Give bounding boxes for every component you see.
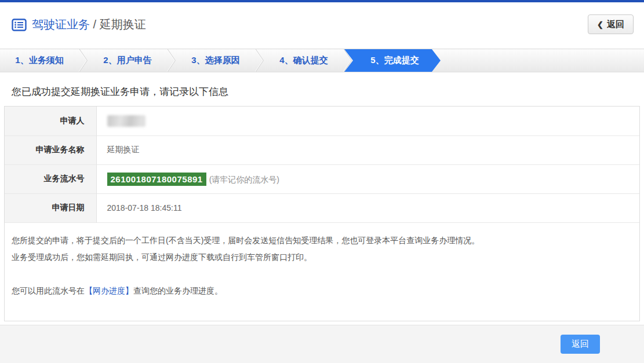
progress-note-suffix: 查询您的业务办理进度。 xyxy=(133,286,223,295)
tab-separator xyxy=(79,49,88,72)
tab-step-2[interactable]: 2、用户申告 xyxy=(88,49,167,72)
success-message: 您已成功提交延期换证业务申请，请记录以下信息 xyxy=(12,85,644,98)
note-line-1: 您所提交的申请，将于提交后的一个工作日(不含当天)受理，届时会发送短信告知受理结… xyxy=(12,234,632,247)
row-value xyxy=(96,107,639,135)
row-value: 261001807180075891(请牢记你的流水号) xyxy=(96,164,639,193)
tab-separator xyxy=(255,49,264,72)
back-button-top[interactable]: ❮ 返回 xyxy=(588,14,634,34)
tab-step-4[interactable]: 4、确认提交 xyxy=(264,49,343,72)
row-value: 延期换证 xyxy=(96,135,639,164)
masked-applicant-name xyxy=(107,115,145,127)
result-panel: 申请人 申请业务名称 延期换证 业务流水号 261001807180075891… xyxy=(4,106,640,321)
row-label: 申请人 xyxy=(5,107,96,135)
row-label: 申请业务名称 xyxy=(5,135,96,164)
breadcrumb-current: 延期换证 xyxy=(100,18,146,31)
footer-bar: 返回 xyxy=(0,325,644,363)
breadcrumb-separator: / xyxy=(90,18,100,31)
chevron-left-icon: ❮ xyxy=(597,20,603,29)
back-button-bottom[interactable]: 返回 xyxy=(561,335,600,354)
page-title: 驾驶证业务 / 延期换证 xyxy=(32,17,146,32)
breadcrumb: 驾驶证业务 / 延期换证 xyxy=(12,17,146,32)
step-tabs: 1、业务须知 2、用户申告 3、选择原因 4、确认提交 5、完成提交 xyxy=(0,49,644,72)
progress-note: 您可以用此流水号在【网办进度】查询您的业务办理进度。 xyxy=(12,285,632,298)
row-label: 业务流水号 xyxy=(5,164,96,193)
row-value: 2018-07-18 18:45:11 xyxy=(96,193,639,222)
note-line-2: 业务受理成功后，您如需延期回执，可通过网办进度下载或自行到车管所窗口打印。 xyxy=(12,251,632,264)
online-progress-link[interactable]: 【网办进度】 xyxy=(85,286,133,295)
list-icon xyxy=(12,19,27,31)
result-table: 申请人 申请业务名称 延期换证 业务流水号 261001807180075891… xyxy=(5,107,639,223)
tab-step-1[interactable]: 1、业务须知 xyxy=(0,49,79,72)
serial-number-badge: 261001807180075891 xyxy=(107,173,206,186)
tab-step-5-active[interactable]: 5、完成提交 xyxy=(344,49,441,72)
tab-separator xyxy=(167,49,176,72)
tab-step-3[interactable]: 3、选择原因 xyxy=(176,49,255,72)
table-row-business-name: 申请业务名称 延期换证 xyxy=(5,135,639,164)
back-button-top-label: 返回 xyxy=(607,19,624,30)
serial-note: (请牢记你的流水号) xyxy=(209,175,279,184)
table-row-applicant: 申请人 xyxy=(5,107,639,135)
notes-section: 您所提交的申请，将于提交后的一个工作日(不含当天)受理，届时会发送短信告知受理结… xyxy=(5,223,639,321)
table-row-date: 申请日期 2018-07-18 18:45:11 xyxy=(5,193,639,222)
breadcrumb-section: 驾驶证业务 xyxy=(32,18,90,31)
table-row-serial: 业务流水号 261001807180075891(请牢记你的流水号) xyxy=(5,164,639,193)
row-label: 申请日期 xyxy=(5,193,96,222)
header: 驾驶证业务 / 延期换证 ❮ 返回 xyxy=(0,2,644,49)
progress-note-prefix: 您可以用此流水号在 xyxy=(12,286,85,295)
